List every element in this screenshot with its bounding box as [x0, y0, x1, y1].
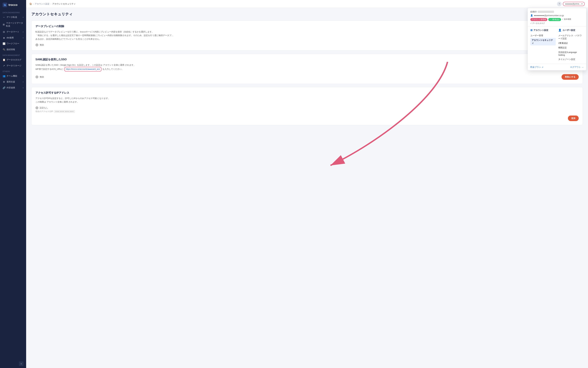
- saml-status: — 無効: [36, 75, 44, 78]
- dropdown-columns: ⊞ アカウント設定 ユーザー管理 アカウントセキュリティ 👤 ユーザー設定 メー…: [528, 26, 586, 64]
- status-icon-disabled: —: [36, 44, 38, 46]
- pricing-link[interactable]: 料金プラン ↗: [530, 66, 543, 69]
- logo[interactable]: trocco: [0, 0, 26, 10]
- app-name: trocco: [9, 3, 18, 7]
- card-ip-title: アクセス許可するIPアドレス: [36, 91, 579, 95]
- lineage-icon: ↗: [3, 64, 5, 67]
- section-label-data-engineering: Data Engineering: [0, 10, 26, 14]
- user-email-row: 👤 ●●●●●●●●@primenumber.co.jp: [530, 14, 584, 17]
- user-avatar-icon: 👤: [530, 14, 533, 17]
- card-data-preview-title: データプレビューの削除: [36, 25, 579, 28]
- data-preview-status: — 無効: [36, 44, 44, 46]
- catalog-icon: 📋: [3, 58, 5, 61]
- user-dropdown-menu: 組織ID 👤 ●●●●●●●●@primenumber.co.jp アカウント管…: [528, 8, 586, 70]
- chevron-icon: ▾: [23, 75, 24, 77]
- section-label-others: Others: [0, 69, 26, 73]
- sidebar-item-dbt[interactable]: ◈ dbt連携 ▾: [0, 35, 26, 41]
- dropdown-footer: 料金プラン ↗ ログアウト →: [528, 64, 586, 70]
- ops-icon: ⚙: [3, 81, 5, 83]
- card-data-preview: データプレビューの削除 転送設定などでデータプレビューを行う際に、troccoサ…: [31, 21, 583, 50]
- dropdown-link-language[interactable]: 言語設定/Language Setting: [558, 50, 584, 57]
- dropdown-link-account-security[interactable]: アカウントセキュリティ: [530, 38, 556, 46]
- dropdown-link-email-password[interactable]: メールアドレス・パスワード設定: [558, 33, 584, 41]
- sidebar-item-external[interactable]: 🔗 外部連携 ▾: [0, 85, 26, 91]
- sidebar-collapse-button[interactable]: «: [0, 359, 26, 368]
- user-settings-col-title: ユーザー設定: [562, 29, 575, 32]
- card-ip-desc: アクセス許可IPを設定すると、許可したIPからのみアクセス可能 になります。 こ…: [36, 97, 579, 104]
- logout-button[interactable]: ログアウト →: [570, 66, 584, 69]
- page-content: アカウントセキュリティ データプレビューの削除 転送設定などでデータプレビューを…: [26, 8, 588, 368]
- user-settings-col-icon: 👤: [558, 28, 561, 32]
- user-menu-button[interactable]: ●●●●●●@prime... ▾: [563, 2, 585, 6]
- sidebar-item-operations[interactable]: ⚙ 運用支援 ▾: [0, 79, 26, 85]
- card-data-preview-footer: — 無効: [36, 44, 579, 46]
- card-data-preview-desc: 転送設定などでデータプレビューを行う際に、troccoサービス内部にプレビュー内…: [36, 30, 579, 41]
- account-settings-col-icon: ⊞: [530, 28, 533, 32]
- external-link-icon: ↗: [542, 66, 543, 68]
- org-id-row: 組織ID: [530, 10, 584, 13]
- sidebar-item-datamart[interactable]: ⊟ データマート ▾: [0, 29, 26, 35]
- section-label-data-management: Data Management: [0, 53, 26, 57]
- account-settings-col: ⊞ アカウント設定 ユーザー管理 アカウントセキュリティ: [530, 28, 556, 62]
- user-tags: アカウント管理者 ✓ 2要素認証 ✓ 基本権限 ✓ データカタログ: [530, 18, 584, 25]
- main-wrapper: 🏠 › アカウント設定 › アカウントセキュリティ ? ●●●●●●@prime…: [26, 0, 588, 368]
- sidebar-item-data-catalog[interactable]: 📋 データカタログ: [0, 57, 26, 63]
- card-saml-title: SAML認証を使用したSSO: [36, 58, 579, 61]
- connection-icon: 🔌: [3, 48, 5, 51]
- tag-data-catalog: ✓ データカタログ: [530, 22, 545, 25]
- status-icon-ip: —: [36, 106, 38, 109]
- external-icon: 🔗: [3, 86, 5, 89]
- chevron-icon: ▾: [23, 16, 24, 18]
- current-ip-value: ●●●.●●● ●●●.●●●: [54, 110, 75, 113]
- team-icon: 👥: [3, 75, 5, 77]
- workflow-icon: ⬜: [3, 42, 5, 45]
- sidebar-item-workflow[interactable]: ⬜ ワークフロー: [0, 41, 26, 46]
- tag-2fa: ✓ 2要素認証: [548, 18, 561, 21]
- sidebar: trocco Data Engineering ↔ データ転送 ▾ ⊞ マネージ…: [0, 0, 26, 368]
- sidebar-item-connections[interactable]: 🔌 接続情報: [0, 46, 26, 53]
- breadcrumb: 🏠 › アカウント設定 › アカウントセキュリティ: [29, 2, 76, 5]
- saml-enable-button[interactable]: 有効にする: [561, 74, 579, 80]
- sidebar-item-data-lineage[interactable]: ↗ データリネージ: [0, 63, 26, 69]
- check-icon: ✓: [550, 18, 551, 20]
- org-id-value: [538, 11, 554, 13]
- dropdown-link-timezone[interactable]: タイムゾーン設定: [558, 57, 584, 62]
- logout-icon: →: [581, 66, 584, 68]
- dropdown-link-2fa[interactable]: 2要素認証: [558, 41, 584, 46]
- card-saml-desc: SAML認証を用いたSSO（Single Sign-On）を設定します。この設定…: [36, 63, 579, 71]
- chevron-icon: ▾: [23, 87, 24, 89]
- chevron-icon: ▾: [23, 31, 24, 33]
- help-button[interactable]: ?: [557, 2, 561, 6]
- card-saml-footer: — 無効 有効にする: [36, 74, 579, 80]
- saml-url-highlight: https://trocco.io/accounts/●●●saml_acs: [64, 67, 102, 71]
- header: 🏠 › アカウント設定 › アカウントセキュリティ ? ●●●●●●@prime…: [26, 0, 588, 8]
- datamart-icon: ⊟: [3, 31, 5, 33]
- sidebar-item-data-transfer[interactable]: ↔ データ転送 ▾: [0, 14, 26, 20]
- transfer-icon: ↔: [3, 16, 5, 18]
- org-id-label: 組織ID: [530, 10, 537, 13]
- card-ip-allow: アクセス許可するIPアドレス アクセス許可IPを設定すると、許可したIPからのみ…: [31, 87, 583, 125]
- current-ip-row: 現在のアクセス元IP: ●●●.●●● ●●●.●●●: [36, 110, 579, 113]
- dropdown-link-permissions[interactable]: 権限設定: [558, 46, 584, 50]
- collapse-icon: «: [19, 361, 24, 366]
- status-icon-saml: —: [36, 75, 38, 78]
- user-settings-col: 👤 ユーザー設定 メールアドレス・パスワード設定 2要素認証 権限設定 言語設定…: [558, 28, 584, 62]
- chevron-down-icon: ▾: [581, 3, 582, 5]
- breadcrumb-account-settings[interactable]: アカウント設定: [35, 2, 49, 5]
- header-right: ? ●●●●●●@prime... ▾: [557, 2, 585, 6]
- dropdown-link-user-management[interactable]: ユーザー管理: [530, 33, 556, 38]
- dropdown-top-section: 組織ID 👤 ●●●●●●●●@primenumber.co.jp アカウント管…: [528, 8, 586, 26]
- page-title: アカウントセキュリティ: [31, 12, 583, 17]
- dbt-icon: ◈: [3, 37, 5, 39]
- sidebar-item-managed-transfer[interactable]: ⊞ マネージドデータ転送: [0, 20, 26, 29]
- ip-add-button[interactable]: 追加: [568, 116, 579, 121]
- ip-status-row: — 設定なし 現在のアクセス元IP: ●●●.●●● ●●●.●●●: [36, 106, 579, 113]
- sidebar-item-team[interactable]: 👥 チーム機能 ▾: [0, 73, 26, 79]
- chevron-icon: ▾: [23, 81, 24, 83]
- user-email: ●●●●●●●●@primenumber.co.jp: [534, 14, 564, 17]
- account-settings-col-title: アカウント設定: [534, 29, 548, 32]
- card-saml-sso: SAML認証を使用したSSO SAML認証を用いたSSO（Single Sign…: [31, 54, 583, 84]
- managed-icon: ⊞: [3, 23, 5, 26]
- home-icon[interactable]: 🏠: [29, 3, 32, 5]
- tag-account-admin: アカウント管理者: [530, 18, 547, 21]
